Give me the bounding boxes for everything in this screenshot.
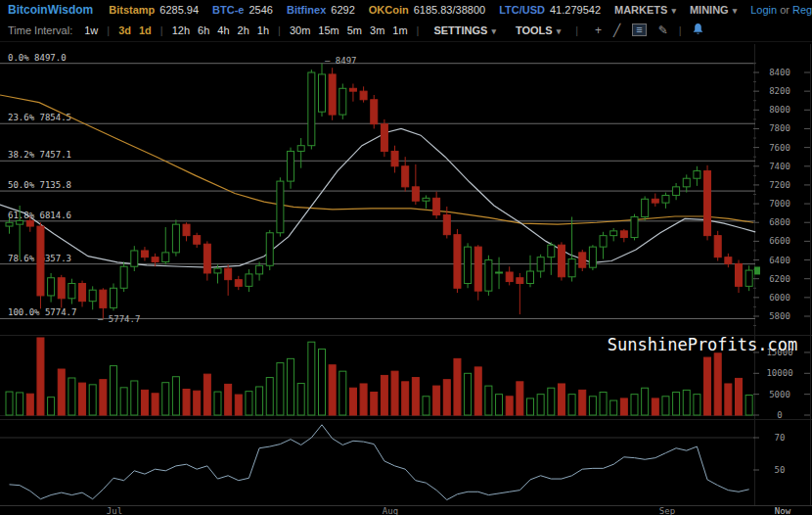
interval-30m[interactable]: 30m <box>290 24 310 36</box>
ticker-okcoin: OKCoin6185.83/38800 <box>369 4 485 16</box>
volume-bar <box>558 384 564 415</box>
interval-6h[interactable]: 6h <box>198 24 209 36</box>
price-axis-label: 6600 <box>769 236 790 246</box>
interval-5m[interactable]: 5m <box>347 24 362 36</box>
caret-down-icon: ▾ <box>491 26 496 36</box>
volume-axis-label: 5000 <box>769 390 790 399</box>
draw-icon[interactable]: ✎ <box>658 24 668 36</box>
separator: | <box>575 24 578 36</box>
volume-bar <box>319 350 326 415</box>
register-link[interactable]: Register <box>792 4 812 16</box>
fib-label: 23.6% 7854.5 <box>8 113 71 122</box>
candle-body <box>371 100 378 124</box>
interval-15m[interactable]: 15m <box>318 24 338 36</box>
indicators-icon[interactable]: ≡ <box>632 23 646 36</box>
top-ticker-bar: BitcoinWisdom Bitstamp6285.94 BTC-e2546 … <box>0 0 812 19</box>
interval-12h[interactable]: 12h <box>172 24 190 36</box>
volume-bar <box>6 392 13 415</box>
caret-down-icon: ▾ <box>557 26 562 36</box>
candle-body <box>79 283 86 301</box>
separator: | <box>278 24 281 36</box>
tools-menu[interactable]: TOOLS▾ <box>516 24 561 36</box>
x-axis-label: Now <box>775 506 791 515</box>
brand-logo[interactable]: BitcoinWisdom <box>8 3 93 17</box>
candle-body <box>266 233 273 266</box>
candle-body <box>6 222 13 226</box>
ticker-label-okcoin[interactable]: OKCoin <box>369 4 409 16</box>
ticker-label-ltcusd[interactable]: LTC/USD <box>499 4 545 16</box>
last-price-marker <box>754 266 760 274</box>
price-axis-label: 6200 <box>769 274 790 284</box>
trendline-icon[interactable]: ╱ <box>613 24 620 36</box>
volume-bar <box>297 384 304 415</box>
candle-body <box>162 253 169 262</box>
settings-menu[interactable]: SETTINGS▾ <box>433 24 496 36</box>
interval-4h[interactable]: 4h <box>217 24 229 36</box>
volume-axis-label: 0 <box>777 410 782 420</box>
interval-1m[interactable]: 1m <box>392 24 407 36</box>
separator: | <box>107 24 110 36</box>
candle-body <box>214 268 221 273</box>
candle-body <box>652 199 658 203</box>
candle-body <box>662 195 669 203</box>
price-annotation: – 5774.7 <box>98 314 140 324</box>
candle-body <box>579 253 586 267</box>
volume-bar <box>402 382 409 415</box>
price-axis-label: 8400 <box>769 68 790 77</box>
interval-3d[interactable]: 3d <box>118 24 131 36</box>
volume-bar <box>308 342 315 415</box>
ticker-label-btce[interactable]: BTC-e <box>212 4 244 16</box>
candle-body <box>725 258 732 264</box>
settings-menu-label: SETTINGS <box>433 24 487 36</box>
add-overlay-icon[interactable]: + <box>595 24 602 36</box>
ticker-label-bitstamp[interactable]: Bitstamp <box>109 4 155 16</box>
candle-body <box>225 268 232 279</box>
interval-3m[interactable]: 3m <box>370 24 384 36</box>
interval-selector: 1w|3d1d|12h6h4h2h1h|30m15m5m3m1m <box>80 24 411 36</box>
volume-bar <box>131 381 138 415</box>
price-axis-label: 7200 <box>769 180 790 190</box>
candle-body <box>235 280 242 287</box>
mining-menu[interactable]: MINING▾ <box>690 4 737 16</box>
ticker-ltcusd: LTC/USD41.279542 <box>499 4 601 16</box>
volume-bar <box>496 395 503 415</box>
ticker-label-bitfinex[interactable]: Bitfinex <box>287 4 326 16</box>
alert-bell-icon[interactable] <box>693 23 703 37</box>
candle-body <box>203 244 210 273</box>
candle-body <box>412 187 419 201</box>
candle-body <box>339 88 346 115</box>
candle-body <box>517 278 523 284</box>
chart-area: 0.0% 8497.023.6% 7854.538.2% 7457.150.0%… <box>0 42 812 515</box>
volume-bar <box>79 383 86 415</box>
volume-bar <box>371 393 378 415</box>
candle-body <box>642 199 649 216</box>
fib-label: 50.0% 7135.8 <box>8 180 71 190</box>
volume-bar <box>339 371 346 415</box>
candle-body <box>120 266 127 288</box>
volume-bar <box>381 375 387 415</box>
candle-body <box>465 247 472 283</box>
candle-body <box>694 171 700 179</box>
login-link[interactable]: Login <box>750 4 777 16</box>
volume-bar <box>329 365 336 415</box>
candle-body <box>589 247 596 267</box>
interval-2h[interactable]: 2h <box>238 24 249 36</box>
volume-bar <box>652 398 658 415</box>
fib-label: 38.2% 7457.1 <box>8 150 71 160</box>
volume-bar <box>172 377 179 415</box>
candle-body <box>297 146 304 152</box>
candle-body <box>58 278 65 299</box>
candle-body <box>360 91 367 100</box>
volume-bar <box>568 395 575 415</box>
candle-body <box>443 215 450 235</box>
price-chart-canvas[interactable]: 0.0% 8497.023.6% 7854.538.2% 7457.150.0%… <box>0 42 812 515</box>
candle-body <box>141 251 148 258</box>
interval-1w[interactable]: 1w <box>84 24 98 36</box>
interval-1h[interactable]: 1h <box>257 24 269 36</box>
interval-1d[interactable]: 1d <box>139 24 152 36</box>
markets-menu[interactable]: MARKETS▾ <box>614 4 676 16</box>
volume-axis-label: 10000 <box>766 368 792 378</box>
candle-body <box>558 245 564 277</box>
candle-body <box>256 265 263 274</box>
volume-bar <box>183 390 190 415</box>
